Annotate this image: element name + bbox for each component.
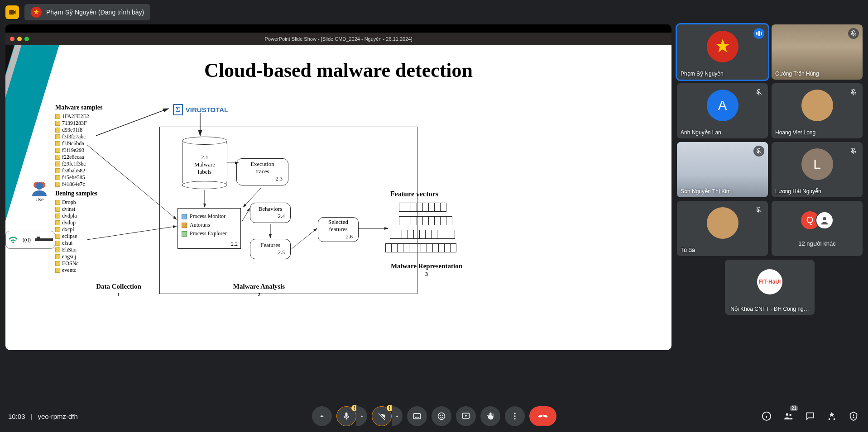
svg-rect-0 xyxy=(9,10,14,15)
svg-point-22 xyxy=(440,415,441,416)
slide-title: Cloud-based malware detection xyxy=(5,59,671,82)
arrow-up-button[interactable] xyxy=(312,406,332,426)
captions-button[interactable] xyxy=(407,406,427,426)
selected-features-box: Selected features2.6 xyxy=(318,217,359,242)
svg-point-32 xyxy=(789,414,791,416)
svg-rect-5 xyxy=(37,237,40,238)
execution-traces-box: Execution traces 2.3 xyxy=(236,158,288,185)
meeting-code: yeo-rpmz-dfh xyxy=(38,413,77,420)
participant-tile[interactable]: AAnh Nguyễn Lan xyxy=(677,83,768,138)
wifi-icon: ((•)) xyxy=(5,231,55,249)
bottom-bar: 10:03 | yeo-rpmz-dfh ! ! xyxy=(0,400,868,432)
tools-box: Process Monitor Autoruns Process Explore… xyxy=(177,208,241,249)
svg-point-27 xyxy=(514,418,515,419)
presenter-avatar xyxy=(31,7,42,18)
muted-icon xyxy=(753,204,764,215)
svg-rect-4 xyxy=(35,238,53,241)
svg-point-23 xyxy=(442,415,443,416)
presenter-name: Phạm Sỹ Nguyên (Đang trình bày) xyxy=(46,9,144,16)
muted-icon xyxy=(753,146,764,157)
leave-call-button[interactable] xyxy=(529,406,556,426)
host-controls-button[interactable] xyxy=(847,410,860,423)
svg-rect-20 xyxy=(417,417,419,418)
benign-samples-list: Bening samples Dropbdvinstdvdpladvdupdxc… xyxy=(55,190,97,274)
window-title: PowerPoint Slide Show - [Slide CMD_2024 … xyxy=(265,36,412,42)
camera-off-button[interactable]: ! xyxy=(372,406,392,426)
svg-point-17 xyxy=(823,217,826,220)
svg-point-25 xyxy=(514,413,515,414)
svg-point-33 xyxy=(829,418,830,420)
app-icon[interactable] xyxy=(5,5,19,19)
participant-tile[interactable]: Phạm Sỹ Nguyên xyxy=(677,24,768,80)
svg-line-6 xyxy=(96,109,168,136)
section-3-label: Malware Representation xyxy=(391,262,462,270)
behaviors-box: Behaviors2.4 xyxy=(250,203,291,223)
shared-slide[interactable]: PowerPoint Slide Show - [Slide CMD_2024 … xyxy=(5,24,671,350)
reactions-button[interactable] xyxy=(432,406,451,426)
participant-tile[interactable]: Cường Trần Hùng xyxy=(772,24,863,80)
participant-tile[interactable]: Sơn Nguyễn Thị Kim xyxy=(677,142,768,197)
participant-tile[interactable]: Q12 người khác xyxy=(772,201,863,256)
participant-tile[interactable]: Tú Bá xyxy=(677,201,768,256)
feature-vectors-title: Feature vectors xyxy=(390,190,438,198)
camera-options[interactable] xyxy=(392,406,403,426)
muted-icon xyxy=(848,28,859,39)
meeting-time: 10:03 xyxy=(8,413,25,420)
participants-grid: Phạm Sỹ NguyênCường Trần HùngAAnh Nguyễn… xyxy=(677,24,863,256)
chat-button[interactable] xyxy=(804,410,816,423)
mic-options[interactable] xyxy=(356,406,367,426)
svg-point-31 xyxy=(786,413,789,416)
speaking-icon xyxy=(753,28,764,39)
muted-icon xyxy=(848,87,859,98)
muted-icon xyxy=(753,87,764,98)
section-2-label: Malware Analysis xyxy=(233,283,285,290)
svg-rect-18 xyxy=(413,413,420,419)
participant-tile-roster[interactable]: FIT-HaUI Nội Khoa CNTT - ĐH Công ng… xyxy=(725,260,815,315)
svg-point-35 xyxy=(853,417,854,418)
svg-point-3 xyxy=(36,182,43,190)
svg-point-34 xyxy=(834,418,835,420)
presenter-chip[interactable]: Phạm Sỹ Nguyên (Đang trình bày) xyxy=(24,4,150,20)
features-box: Features2.5 xyxy=(250,239,291,259)
svg-point-26 xyxy=(514,415,515,417)
present-button[interactable] xyxy=(456,406,476,426)
people-button[interactable]: 21 xyxy=(782,410,795,423)
raise-hand-button[interactable] xyxy=(480,406,500,426)
meeting-details-button[interactable] xyxy=(760,410,773,423)
user-icon: Use xyxy=(28,181,51,204)
svg-point-21 xyxy=(438,413,445,420)
svg-rect-19 xyxy=(415,417,417,418)
mic-button[interactable]: ! xyxy=(336,406,356,426)
window-traffic-lights xyxy=(10,37,29,41)
participant-tile[interactable]: Hoang Viet Long xyxy=(772,83,863,138)
muted-icon xyxy=(848,146,859,157)
participant-tile[interactable]: LLương Hải Nguyễn xyxy=(772,142,863,197)
activities-button[interactable] xyxy=(825,410,838,423)
malware-labels-db: 2.1 Malware labels xyxy=(182,140,227,185)
more-options-button[interactable] xyxy=(505,406,525,426)
section-1-label: Data Collection xyxy=(96,283,141,290)
